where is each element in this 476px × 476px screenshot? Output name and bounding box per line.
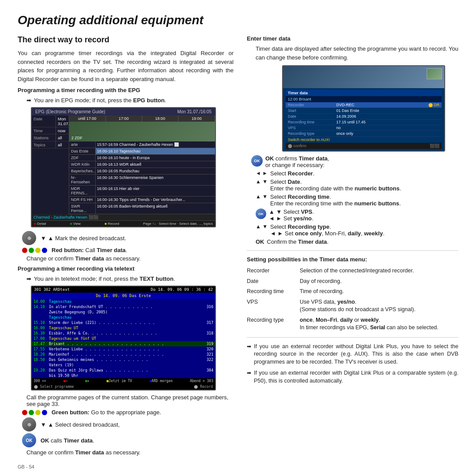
left-column: The direct way to record You can program… xyxy=(18,35,234,457)
timer-screenshot: Timer data 12:00 Brisant Recorder DVD-RE… xyxy=(282,65,445,152)
epg-time-value: now xyxy=(56,127,69,134)
control-row-4: ▲ ▼ Select Recording type. ◄ ► Set once … xyxy=(256,223,458,237)
epg-topics-value: all xyxy=(56,141,69,148)
dpad-ud3-icon: ▲ ▼ xyxy=(256,223,268,230)
green-button-icon xyxy=(29,248,34,253)
rectype-value: once only xyxy=(336,131,353,136)
select-rectype-block: Select Recording type. ◄ ► Set once only… xyxy=(270,223,384,237)
date-label: Date xyxy=(288,114,336,119)
nav-dpad-icon: ⊕ xyxy=(22,231,36,245)
start-value: 01 Das Erste xyxy=(336,108,359,113)
timer-date-row: Date 14.09.2006 xyxy=(286,114,442,119)
epg-mode-text: You are in EPG mode; if not, press the E… xyxy=(34,97,166,104)
color-buttons2 xyxy=(22,410,47,415)
dpad-ud2-icon: ▲ ▼ xyxy=(256,193,268,200)
control-row-1: ◄ ► Select Recorder. xyxy=(256,170,458,177)
teletext-screenshot: 301 302 ARDtext Do 14. 09. 06 09 : 36 : … xyxy=(31,286,216,390)
start-label: Start xyxy=(288,108,336,113)
green-button2-icon xyxy=(29,410,34,415)
color-buttons xyxy=(22,248,47,253)
green-button-label: Green button: Go to the appropriate page… xyxy=(52,409,161,416)
ok-final-text: Confirm the Timer data. xyxy=(267,238,329,245)
page-title: Operating additional equipment xyxy=(18,13,458,27)
timer-vps-row: VPS no xyxy=(286,125,442,131)
right-column: Enter timer data Timer data are displaye… xyxy=(247,35,458,457)
select-broadcast-text: ▼ ▲ Select desired broadcast, xyxy=(41,421,120,428)
change-timer-text: Change or confirm Timer data as necessar… xyxy=(26,255,234,262)
timer-rectype-row: Recording type once only xyxy=(286,131,442,137)
epg-image-label: 2 ZDF xyxy=(71,136,82,140)
controls-list: ◄ ► Select Recorder. ▲ ▼ Select Date. En… xyxy=(256,170,458,245)
dpad-ud-icon: ▲ ▼ xyxy=(256,178,268,185)
ok-button-icon[interactable]: OK xyxy=(22,433,36,447)
timer-rectime-row: Recording time 17.15 until 17.45 xyxy=(286,119,442,125)
yellow-button-icon xyxy=(35,248,41,253)
settings-table: Recorder Selection of the connected/inte… xyxy=(247,267,458,332)
blue-button-icon xyxy=(42,248,47,253)
epg-time-until: until 17:00 xyxy=(69,115,106,122)
yellow-button2-icon xyxy=(35,410,41,415)
tele-date-bar: Do 14. 09. 06 Das Erste xyxy=(32,293,215,299)
vps-value: no xyxy=(336,126,341,130)
epg-section-header: Programming a timer recording with the E… xyxy=(18,87,234,93)
epg-time-1900: 19:00 xyxy=(178,115,215,122)
tele-bottom-controls: ⬤ Select programme ⬤ Record xyxy=(32,384,215,390)
ok-confirms-text: OK confirms Timer data, or change if nec… xyxy=(265,155,329,168)
epg-header-date: Mon 31.07./16:05 xyxy=(177,109,212,114)
timer-overlay: Timer data 12:00 Brisant Recorder DVD-RE… xyxy=(283,88,444,151)
ok-confirm-row: OK Confirm the Timer data. xyxy=(256,238,458,245)
control-row-2: ▲ ▼ Select Date. Enter the recording dat… xyxy=(256,178,458,192)
section-title: The direct way to record xyxy=(18,35,234,45)
epg-image: 2 ZDF xyxy=(69,122,215,141)
epg-date-label: Date xyxy=(32,115,56,127)
rectime-value: 17.15 until 17.45 xyxy=(336,120,366,124)
page-number: GB - 54 xyxy=(18,464,34,469)
note2-arrow-icon: ➡ xyxy=(247,369,251,377)
select-rectime-block: Select Recording time. Enter the recordi… xyxy=(270,193,401,207)
enter-timer-title: Enter timer data xyxy=(247,35,458,42)
control-row-3: ▲ ▼ Select Recording time. Enter the rec… xyxy=(256,193,458,207)
settings-rectype: Recording type once, Mon–Fri, daily or w… xyxy=(247,316,458,332)
note1-arrow-icon: ➡ xyxy=(247,343,251,350)
note1-text: If you use an external recorder without … xyxy=(254,343,458,366)
note-2: ➡ If you use an external recorder with D… xyxy=(247,369,458,385)
tele-mode-text: You are in teletext mode; if not, press … xyxy=(34,275,175,282)
timer-confirm-row: ⬤ confirm ⬛⬛ xyxy=(286,143,442,149)
recorder-value: DVD-REC xyxy=(336,103,354,107)
color-buttons-row: Red button: Call Timer data. xyxy=(22,247,234,253)
epg-time-1800: 18:00 xyxy=(142,115,179,122)
timer-start-row: Start 01 Das Erste xyxy=(286,108,442,114)
tele-bottom-bar: 300 << ■− ■+ ■Jetzt im TV ■ARD morgen Ab… xyxy=(32,378,215,384)
epg-header-title: EPG (Electronic Programme Guide) xyxy=(35,109,105,114)
timer-recorder-row: Recorder DVD-REC ⬤ DR xyxy=(286,102,442,108)
rectime-label: Recording time xyxy=(288,120,336,124)
change-confirm-text: Change or confirm Timer data as necessar… xyxy=(26,449,234,456)
ok-confirms-icon[interactable]: OK xyxy=(251,155,263,167)
settings-date: Date Day of recording. xyxy=(247,278,458,286)
tele-mode-instruction: ➡ You are in teletext mode; if not, pres… xyxy=(26,275,234,282)
settings-title: Setting possibilities in the Timer data … xyxy=(247,256,458,263)
ok-final-label: OK xyxy=(256,238,264,245)
rectype-label: Recording type xyxy=(288,131,336,136)
ok-vps-icon[interactable]: OK xyxy=(256,208,266,219)
intro-text: You can programme timer recordings via t… xyxy=(18,49,234,83)
nav-row-mark: ⊕ ▼ ▲ Mark the desired broadcast. xyxy=(22,231,234,245)
arrow-right-icon: ➡ xyxy=(26,97,31,104)
timer-thumbnail xyxy=(427,68,442,79)
dpad2-icon: ⊕ xyxy=(22,417,36,431)
epg-stations-label: Stations xyxy=(32,134,56,141)
blue-button2-icon xyxy=(42,410,47,415)
call-programme-text: Call the programme pages of the current … xyxy=(26,394,234,407)
dr-badge: ⬤ DR xyxy=(428,103,440,107)
tele-header-left: 301 302 ARDtext xyxy=(34,287,70,292)
ok-vps-row: OK ▲ ▼ Select VPS. ◄ ► Set yes/no. xyxy=(256,208,458,222)
note2-text: If you use an external recorder with Dig… xyxy=(254,369,458,385)
timer-switch-text: Switch recorder to AUX! xyxy=(286,137,442,143)
settings-rectime: Recording time Time of recording. xyxy=(247,288,458,296)
ok-calls-text: OK calls Timer data. xyxy=(41,437,94,444)
teletext-section-header: Programming a timer recording via telete… xyxy=(18,265,234,272)
epg-header: EPG (Electronic Programme Guide) Mon 31.… xyxy=(32,108,215,115)
tele-header: 301 302 ARDtext Do 14. 09. 06 09 : 36 : … xyxy=(32,286,215,293)
red-button-icon xyxy=(22,248,27,253)
settings-recorder: Recorder Selection of the connected/inte… xyxy=(247,267,458,275)
